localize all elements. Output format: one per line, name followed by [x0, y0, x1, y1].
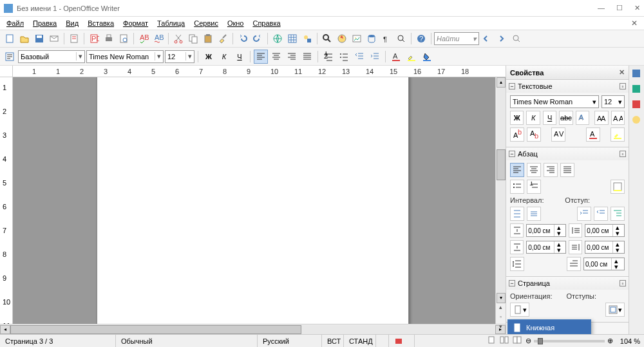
align-center-button[interactable]: [269, 50, 283, 64]
status-signature[interactable]: [389, 335, 415, 347]
status-insert[interactable]: ВСТ: [322, 335, 344, 347]
underline-button[interactable]: Ч: [232, 50, 247, 64]
status-page[interactable]: Страница 3 / 3: [0, 335, 116, 347]
next-page-button[interactable]: ▾: [497, 323, 506, 332]
sidebar-italic-button[interactable]: К: [526, 111, 540, 125]
copy-button[interactable]: [186, 32, 200, 46]
menu-edit[interactable]: Правка: [29, 18, 61, 28]
find-next-button[interactable]: [495, 32, 509, 46]
gallery-tab[interactable]: [631, 99, 643, 111]
paste-button[interactable]: [201, 32, 215, 46]
spacing-inc-button[interactable]: [510, 207, 524, 221]
gallery-button[interactable]: [350, 32, 364, 46]
zoom-in-button[interactable]: ⊕: [607, 337, 613, 345]
email-button[interactable]: [47, 32, 61, 46]
find-toolbar-input[interactable]: Найти▾: [434, 32, 479, 45]
bold-button[interactable]: Ж: [202, 50, 216, 64]
cut-button[interactable]: [171, 32, 185, 46]
find-button[interactable]: [320, 32, 334, 46]
sidebar-sub-button[interactable]: Ab: [527, 127, 541, 142]
preview-button[interactable]: [117, 32, 131, 46]
indent-right-input[interactable]: ▴▾: [585, 241, 625, 254]
vscroll-thumb[interactable]: [497, 149, 506, 180]
para-section-header[interactable]: − Абзац ▫: [506, 147, 629, 160]
page[interactable]: [97, 77, 409, 324]
sidebar-underline-button[interactable]: Ч: [543, 111, 556, 125]
spellcheck-button[interactable]: AB: [137, 32, 151, 46]
find-all-button[interactable]: [509, 32, 524, 46]
bullet-list-button[interactable]: [337, 50, 351, 64]
sidebar-font-combo[interactable]: Times New Roman▾: [510, 95, 599, 108]
scroll-left-button[interactable]: ◂: [0, 325, 10, 334]
menu-format[interactable]: Формат: [119, 18, 152, 28]
zoom-value[interactable]: 104 %: [616, 337, 640, 345]
vertical-ruler[interactable]: 1234567891011121314: [0, 77, 13, 324]
edit-doc-button[interactable]: [67, 32, 81, 46]
align-left-button[interactable]: [254, 50, 268, 64]
increase-indent-button[interactable]: [368, 50, 382, 64]
align-justify-button[interactable]: [300, 50, 314, 64]
sidebar-grow-font-button[interactable]: AA: [594, 111, 608, 125]
vertical-scrollbar[interactable]: ▴ ▾ ▴ ◦ ▾: [495, 77, 506, 324]
para-numbers[interactable]: 1: [527, 180, 541, 194]
horizontal-scrollbar[interactable]: ◂ ▸: [0, 324, 506, 334]
para-align-right[interactable]: [544, 163, 558, 177]
hyperlink-button[interactable]: [270, 32, 285, 46]
minimize-button[interactable]: —: [598, 4, 605, 12]
more-options-icon[interactable]: ▫: [620, 151, 626, 157]
decrease-indent-button[interactable]: [352, 50, 366, 64]
menu-view[interactable]: Вид: [62, 18, 82, 28]
space-above-input[interactable]: ▴▾: [526, 224, 566, 237]
view-multi-button[interactable]: [500, 335, 510, 347]
save-button[interactable]: [32, 32, 46, 46]
bg-color-button[interactable]: [420, 50, 434, 64]
sidebar-close-button[interactable]: ✕: [619, 68, 625, 77]
page-section-header[interactable]: − Страница ▫: [506, 277, 629, 290]
zoom-out-button[interactable]: ⊖: [526, 337, 531, 345]
scroll-up-button[interactable]: ▴: [497, 77, 506, 88]
sidebar-highlight-button[interactable]: [611, 127, 625, 142]
line-spacing-button[interactable]: [510, 257, 524, 271]
spacing-dec-button[interactable]: [527, 207, 541, 221]
hanging-indent-button[interactable]: [611, 207, 625, 221]
hscroll-thumb[interactable]: [10, 325, 301, 334]
table-button[interactable]: [285, 32, 299, 46]
styles-tab[interactable]: [631, 84, 643, 95]
redo-button[interactable]: [251, 32, 265, 46]
scroll-down-button[interactable]: ▾: [497, 293, 506, 303]
doc-close-button[interactable]: ✕: [627, 17, 641, 29]
close-button[interactable]: ✕: [634, 4, 640, 12]
view-single-button[interactable]: [487, 335, 497, 347]
menu-file[interactable]: Файл: [3, 18, 28, 28]
new-button[interactable]: [3, 32, 17, 46]
firstline-indent-input[interactable]: ▴▾: [583, 258, 625, 270]
zoom-button[interactable]: [394, 32, 408, 46]
draw-button[interactable]: [300, 32, 314, 46]
font-size-combo[interactable]: 12▾: [165, 50, 194, 63]
text-section-header[interactable]: − Текстовые ▫: [506, 80, 629, 93]
highlight-button[interactable]: [404, 50, 419, 64]
view-book-button[interactable]: [513, 335, 523, 347]
horizontal-ruler[interactable]: 1123456789101112131415161718: [0, 66, 506, 77]
sidebar-super-button[interactable]: Ab: [510, 127, 524, 142]
italic-button[interactable]: К: [217, 50, 231, 64]
sidebar-spacing-button[interactable]: AV: [551, 127, 565, 142]
zoom-slider[interactable]: [534, 340, 605, 342]
properties-tab[interactable]: [631, 68, 643, 80]
prev-page-button[interactable]: ▴: [497, 304, 506, 313]
indent-left-input[interactable]: ▴▾: [585, 224, 625, 237]
datasources-button[interactable]: [365, 32, 379, 46]
more-options-icon[interactable]: ▫: [620, 83, 626, 89]
autospell-button[interactable]: AB: [151, 32, 166, 46]
styles-button[interactable]: [3, 50, 17, 64]
para-align-justify[interactable]: [560, 163, 574, 177]
para-style-combo[interactable]: Базовый▾: [18, 50, 85, 63]
print-button[interactable]: [102, 32, 116, 46]
nav-button[interactable]: ◦: [497, 314, 506, 323]
find-prev-button[interactable]: [480, 32, 494, 46]
status-language[interactable]: Русский: [258, 335, 322, 347]
menu-window[interactable]: Окно: [223, 18, 248, 28]
document-canvas[interactable]: [13, 77, 506, 324]
font-name-combo[interactable]: Times New Roman▾: [86, 50, 164, 63]
orientation-portrait[interactable]: Книжная: [508, 320, 591, 334]
